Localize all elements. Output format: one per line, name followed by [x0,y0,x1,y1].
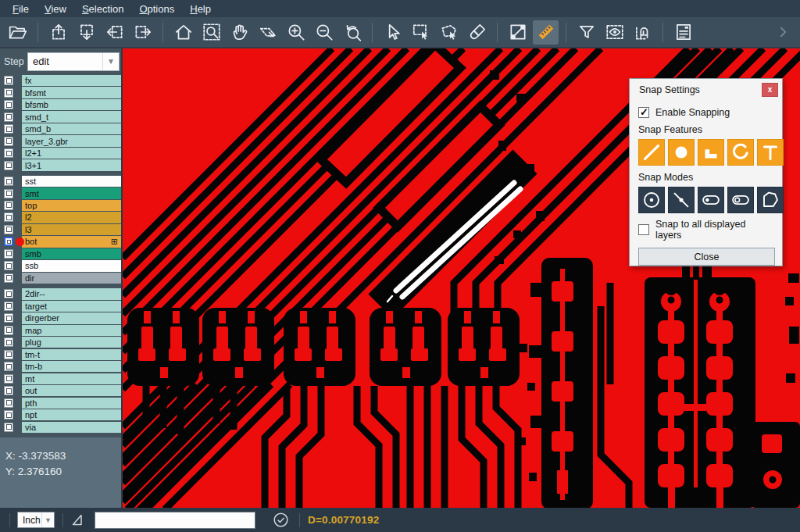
layer-name[interactable]: l3 [22,224,121,235]
layer-row[interactable]: via [0,422,123,433]
layer-checkbox[interactable] [4,302,13,311]
layer-checkbox[interactable] [4,362,13,371]
menu-view[interactable]: View [37,2,74,16]
layer-name[interactable]: via [22,422,121,433]
layer-checkbox[interactable] [4,124,13,134]
pan-down-button[interactable] [73,20,99,45]
select-poly-button[interactable] [436,20,462,45]
toolbar-overflow-button[interactable] [770,20,795,45]
layer-name[interactable]: sst [22,176,121,187]
zoom-out-button[interactable] [311,20,337,45]
layer-checkbox[interactable] [4,148,13,158]
snap-entity-origin-button[interactable] [698,187,724,213]
select-arrow-button[interactable] [380,20,405,45]
layer-row[interactable]: dirgerber [0,312,123,323]
layer-checkbox[interactable] [4,137,13,146]
layer-row[interactable]: l2 [0,212,123,223]
layer-checkbox[interactable] [4,326,13,335]
layer-name[interactable]: l2 [22,212,121,223]
layer-name[interactable]: bfsmt [22,87,121,98]
layer-name[interactable]: fx [22,75,121,86]
select-rect-button[interactable] [408,20,434,45]
layer-row[interactable]: tm-t [0,349,123,360]
enable-snapping-checkbox[interactable] [638,107,649,118]
snap-text-button[interactable] [757,139,784,166]
layer-name[interactable]: smt [22,187,121,198]
layer-row[interactable]: layer_3.gbr [0,135,123,146]
enable-snapping-row[interactable]: Enable Snapping [638,107,773,118]
layer-name[interactable]: 2dir-- [22,288,121,299]
layer-row[interactable]: bot⊞ [0,236,123,247]
close-icon[interactable]: x [762,83,778,97]
layer-checkbox[interactable] [4,225,13,234]
snap-all-layers-row[interactable]: Snap to all displayed layers [638,219,773,241]
layer-row[interactable]: dir [0,273,123,284]
layer-name[interactable]: l2+1 [22,148,121,159]
layer-row[interactable]: sst [0,176,123,187]
layer-row[interactable]: bfsmt [0,87,123,98]
layer-name[interactable]: pth [22,398,121,409]
layer-row[interactable]: mt [0,373,123,384]
layer-row[interactable]: smt [0,187,123,198]
snap-all-layers-checkbox[interactable] [638,224,649,235]
layer-name[interactable]: smd_b [22,123,121,134]
layer-name[interactable]: ssb [22,260,121,271]
snap-entity-button[interactable] [727,187,754,213]
layer-name[interactable]: dirgerber [22,312,121,323]
visibility-eye-button[interactable] [602,20,627,45]
layer-checkbox[interactable] [4,189,13,198]
layer-name[interactable]: tm-b [22,361,121,372]
layer-checkbox[interactable] [4,76,13,85]
layer-row[interactable]: smd_t [0,111,123,122]
layer-row[interactable]: fx [0,75,123,86]
measure-line-button[interactable] [505,20,530,45]
layer-row[interactable]: pth [0,398,123,409]
snap-surface-button[interactable] [698,139,724,166]
layer-checkbox[interactable] [4,423,13,432]
home-button[interactable] [170,20,196,45]
angle-corner-icon[interactable] [70,512,85,527]
layer-checkbox[interactable] [4,261,13,270]
layer-row[interactable]: smd_b [0,123,123,134]
layer-row[interactable]: l3 [0,224,123,235]
layer-row[interactable]: bfsmb [0,99,123,110]
layer-name[interactable]: map [22,325,121,336]
menu-file[interactable]: File [5,2,37,16]
layer-name[interactable]: out [22,385,121,396]
ruler-button[interactable] [533,20,559,45]
snap-magnet-button[interactable] [630,20,655,45]
pan-right-button[interactable] [130,20,155,45]
layer-row[interactable]: out [0,385,123,396]
layer-checkbox[interactable] [4,249,13,259]
layer-row[interactable]: npt [0,409,123,420]
layer-checkbox[interactable] [4,398,13,408]
layer-name[interactable]: l3+1 [22,159,121,170]
layer-name[interactable]: bot⊞ [22,236,121,247]
brush-button[interactable] [464,20,490,45]
pan-left-button[interactable] [102,20,127,45]
layer-name[interactable]: npt [22,409,121,420]
snap-circle-button[interactable] [668,139,695,166]
report-button[interactable] [670,20,696,45]
layer-checkbox[interactable] [4,386,13,395]
layer-name[interactable]: plug [22,337,121,348]
layer-row[interactable]: l3+1 [0,159,123,170]
layer-checkbox[interactable] [4,100,13,109]
layer-name[interactable]: tm-t [22,349,121,360]
layer-row[interactable]: 2dir-- [0,288,123,299]
units-select[interactable]: Inch ▼ [17,512,55,528]
menu-options[interactable]: Options [131,2,182,16]
pan-up-button[interactable] [45,20,71,45]
layer-checkbox[interactable] [4,273,13,283]
close-button[interactable]: Close [638,248,775,266]
snap-arc-button[interactable] [727,139,754,166]
menu-selection[interactable]: Selection [74,2,131,16]
layer-checkbox[interactable] [4,112,13,122]
layer-row[interactable]: target [0,301,123,312]
layer-checkbox[interactable] [4,313,13,323]
layer-checkbox[interactable] [4,177,13,186]
snap-center-button[interactable] [638,187,665,213]
snap-polygon-button[interactable] [757,187,784,213]
open-folder-button[interactable] [5,20,30,45]
coordinate-input[interactable] [95,512,255,529]
